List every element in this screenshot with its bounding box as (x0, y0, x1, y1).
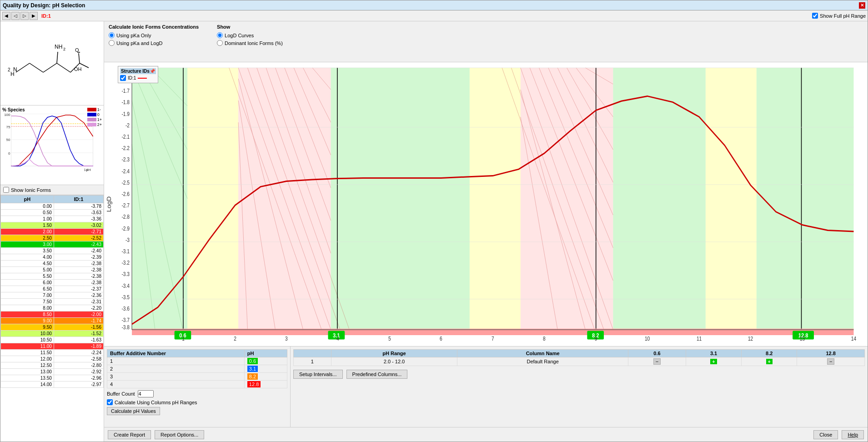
ranges-plus-3[interactable]: + (766, 359, 773, 364)
show-full-range-container: Show Full pH Range (812, 13, 866, 19)
svg-text:-2.5: -2.5 (121, 180, 130, 186)
svg-text:O: O (75, 47, 79, 53)
ph-cell: 12.50 (1, 362, 54, 369)
structure-ids-pin[interactable]: 📌 (150, 69, 155, 74)
calc-group: Calculate Ionic Forms Concentrations Usi… (109, 24, 199, 59)
id-color-line-1 (138, 78, 147, 79)
nav-next-button[interactable]: ▷ (20, 12, 29, 20)
ph-cell: 8.00 (1, 305, 54, 311)
buffer-num-1: 1 (107, 357, 245, 365)
calc-using-columns-label: Calculate Using Columns pH Ranges (115, 400, 197, 405)
ranges-num-header (294, 350, 331, 357)
svg-text:OH: OH (74, 66, 82, 72)
ph-ranges-table: pH Range Column Name 0.6 3.1 8.2 12.8 (293, 349, 865, 366)
show-full-range-checkbox[interactable] (812, 13, 818, 19)
help-button[interactable]: Help (842, 430, 864, 439)
calc-pka-radio[interactable] (109, 32, 115, 38)
molecule-structure: H 2 N OH O NH 2 (7, 27, 98, 100)
legend-item-2plus: 2+ (87, 122, 102, 127)
ph-cell: 4.50 (1, 261, 54, 267)
ph-table-row: 4.50-2.38 (1, 261, 104, 267)
svg-text:-2.2: -2.2 (121, 145, 130, 151)
buffer-ph-2: 3.1 (244, 365, 287, 373)
create-report-button[interactable]: Create Report (108, 430, 151, 439)
nav-prev-button[interactable]: ◀ (2, 12, 10, 20)
ph-cell: 7.50 (1, 299, 54, 305)
ranges-minus-4[interactable]: − (827, 358, 834, 365)
svg-text:11: 11 (697, 336, 702, 342)
buffer-row-4: 4 12.8 (107, 381, 287, 388)
svg-line-0 (16, 63, 30, 72)
ranges-colname-header: Column Name (457, 350, 628, 357)
calc-using-columns-checkbox[interactable] (107, 399, 113, 405)
ph-cell: 13.50 (1, 375, 54, 382)
structure-id-checkbox-1[interactable] (120, 75, 126, 81)
ph-table-row: 4.00-2.39 (1, 254, 104, 261)
show-ionic-forms-row: Show Ionic Forms (0, 185, 104, 195)
ph-table-row: 8.50-2.00 (1, 311, 104, 318)
show-ionic-forms-checkbox[interactable] (3, 187, 9, 193)
svg-text:5: 5 (388, 336, 391, 342)
val-cell: -2.36 (54, 292, 103, 299)
ph-cell: 5.00 (1, 267, 54, 273)
calc-radio-logd: Using pKa and LogD (109, 40, 199, 46)
val-cell: -2.38 (54, 273, 103, 280)
svg-text:-3.8: -3.8 (121, 324, 130, 330)
val-cell: -2.71 (54, 229, 103, 235)
ph-table-row: 12.00-2.58 (1, 356, 104, 362)
svg-text:12: 12 (748, 336, 753, 342)
legend-color-2plus (87, 123, 96, 126)
close-window-button[interactable]: ✕ (859, 2, 865, 9)
nav-next2-button[interactable]: ▶ (30, 12, 38, 20)
ranges-82-header: 8.2 (742, 350, 797, 357)
svg-text:14: 14 (851, 336, 856, 342)
show-dominant-radio[interactable] (217, 40, 223, 46)
svg-line-13 (57, 52, 58, 63)
val-cell: -2.38 (54, 261, 103, 267)
bottom-panel: Buffer Additive Number pH 1 0.6 (104, 346, 868, 442)
calc-logd-radio[interactable] (109, 40, 115, 46)
nav-prev2-button[interactable]: ◁ (11, 12, 20, 20)
setup-intervals-button[interactable]: Setup Intervals... (293, 370, 343, 379)
setup-buttons-row: Setup Intervals... Predefined Columns... (293, 370, 865, 379)
buffer-section: Buffer Additive Number pH 1 0.6 (104, 347, 868, 427)
close-button[interactable]: Close (813, 430, 838, 439)
val-cell: -2.31 (54, 299, 103, 305)
ranges-plus-2[interactable]: + (710, 359, 717, 364)
svg-text:0: 0 (8, 151, 10, 156)
svg-text:50: 50 (6, 138, 10, 142)
svg-text:14: 14 (84, 168, 88, 172)
structure-ids-box: Structure IDs 📌 ID:1 (118, 66, 158, 83)
ranges-minus-1[interactable]: − (653, 358, 661, 365)
svg-text:LogD: LogD (106, 196, 112, 212)
ph-table-row: 7.00-2.36 (1, 292, 104, 299)
val-cell: -2.40 (54, 248, 103, 254)
buffer-count-row: Buffer Count (107, 390, 287, 397)
ranges-row-name-1: Default Range (457, 357, 628, 366)
logd-chart-svg: 0.6 3.1 8.2 12.8 -1.5 -1.6 -1.7 -1 (104, 62, 868, 346)
report-options-button[interactable]: Report Options... (155, 430, 204, 439)
legend-label-0: 0 (97, 112, 100, 117)
ranges-range-header: pH Range (331, 350, 457, 357)
buffer-ph-4: 12.8 (244, 381, 287, 388)
ph-cell: 3.00 (1, 241, 54, 248)
calc-radio-pka: Using pKa Only (109, 32, 199, 38)
ph-badge-4: 12.8 (247, 381, 261, 387)
legend-label-1plus: 1+ (97, 117, 102, 122)
show-logd-radio[interactable] (217, 32, 223, 38)
top-controls: Calculate Ionic Forms Concentrations Usi… (104, 21, 868, 62)
ph-cell: 13.00 (1, 369, 54, 375)
ph-cell: 2.00 (1, 229, 54, 235)
ranges-row-v4: − (797, 357, 865, 366)
ph-table-row: 12.50-2.80 (1, 362, 104, 369)
buffer-count-input[interactable] (138, 390, 154, 397)
val-cell: -1.89 (54, 343, 103, 350)
svg-text:100: 100 (4, 114, 10, 117)
ph-table-row: 6.00-2.38 (1, 280, 104, 286)
calc-ph-values-button[interactable]: Calculate pH Values (107, 407, 160, 415)
svg-text:9: 9 (595, 336, 597, 342)
buffer-row-3: 3 8.2 (107, 373, 287, 381)
predefined-columns-button[interactable]: Predefined Columns... (346, 370, 408, 379)
val-cell: -2.96 (54, 375, 103, 382)
buffer-ph-1: 0.6 (244, 357, 287, 365)
